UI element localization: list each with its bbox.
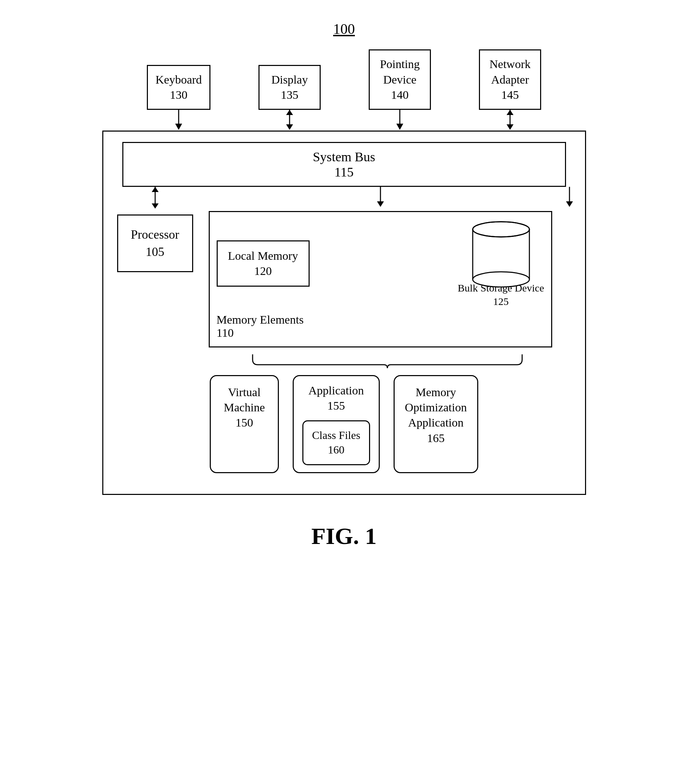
diagram-container: Keyboard 130 Display 135 bbox=[102, 58, 586, 495]
svg-marker-12 bbox=[152, 203, 158, 209]
system-box: System Bus 115 bbox=[102, 130, 586, 495]
keyboard-label: Keyboard bbox=[155, 72, 202, 87]
keyboard-arrow bbox=[173, 110, 184, 130]
application-label: Application bbox=[302, 383, 370, 398]
pointing-device-label: PointingDevice bbox=[377, 57, 422, 87]
virtual-machine-label: VirtualMachine bbox=[221, 385, 267, 415]
network-adapter-arrow bbox=[505, 110, 515, 130]
figure-caption: FIG. 1 bbox=[311, 522, 377, 550]
bulk-storage-number: 125 bbox=[458, 295, 544, 308]
virtual-machine-box: VirtualMachine 150 bbox=[210, 375, 279, 473]
application-number: 155 bbox=[302, 398, 370, 413]
display-number: 135 bbox=[267, 87, 312, 102]
svg-marker-11 bbox=[152, 187, 158, 192]
svg-marker-14 bbox=[377, 201, 384, 207]
display-label: Display bbox=[267, 72, 312, 87]
local-memory-label: Local Memory bbox=[228, 248, 298, 264]
system-bus-number: 115 bbox=[130, 165, 559, 180]
pointing-device-number: 140 bbox=[377, 87, 422, 102]
processor-number: 105 bbox=[129, 243, 182, 260]
local-memory-number: 120 bbox=[228, 264, 298, 279]
svg-marker-22 bbox=[566, 201, 573, 207]
processor-box: Processor 105 bbox=[117, 214, 193, 272]
svg-marker-1 bbox=[175, 124, 182, 130]
pointing-device-arrow bbox=[394, 110, 405, 130]
memory-elements-label: Memory Elements 110 bbox=[217, 313, 544, 339]
bulk-storage-cylinder bbox=[472, 219, 530, 288]
network-adapter-box: NetworkAdapter 145 bbox=[479, 49, 541, 110]
svg-marker-9 bbox=[507, 124, 513, 130]
application-box: Application 155 Class Files 160 bbox=[293, 375, 380, 473]
svg-marker-8 bbox=[507, 110, 513, 115]
figure-number-top: 100 bbox=[333, 21, 355, 37]
svg-marker-3 bbox=[286, 110, 293, 115]
top-section: Keyboard 130 Display 135 bbox=[102, 58, 586, 495]
display-box: Display 135 bbox=[259, 65, 321, 110]
memory-optimization-label: MemoryOptimizationApplication bbox=[405, 385, 467, 431]
system-bus-label: System Bus bbox=[130, 149, 559, 165]
apps-row: VirtualMachine 150 Application 155 Class… bbox=[112, 375, 576, 473]
bulk-storage-bus-arrow bbox=[563, 187, 576, 211]
system-bus: System Bus 115 bbox=[122, 142, 566, 187]
class-files-box: Class Files 160 bbox=[302, 420, 370, 465]
memory-optimization-number: 165 bbox=[405, 431, 467, 446]
cylinder-svg bbox=[472, 219, 530, 288]
virtual-machine-number: 150 bbox=[221, 415, 267, 430]
network-adapter-label: NetworkAdapter bbox=[488, 57, 533, 87]
network-adapter-number: 145 bbox=[488, 87, 533, 102]
processor-bus-arrow bbox=[148, 187, 162, 211]
brace-svg bbox=[249, 352, 526, 370]
processor-label: Processor bbox=[129, 226, 182, 243]
class-files-label: Class Files bbox=[312, 428, 360, 443]
display-arrow bbox=[284, 110, 295, 130]
pointing-device-box: PointingDevice 140 bbox=[369, 49, 431, 110]
class-files-number: 160 bbox=[312, 443, 360, 457]
memory-bus-arrow bbox=[373, 187, 388, 211]
keyboard-box: Keyboard 130 bbox=[147, 65, 210, 110]
svg-marker-6 bbox=[396, 124, 403, 130]
memory-optimization-box: MemoryOptimizationApplication 165 bbox=[394, 375, 478, 473]
bulk-storage-container: Bulk Storage Device 125 bbox=[458, 219, 544, 308]
memory-elements-box: Local Memory 120 bbox=[209, 211, 552, 348]
svg-marker-4 bbox=[286, 124, 293, 130]
svg-point-18 bbox=[473, 272, 530, 287]
keyboard-number: 130 bbox=[155, 87, 202, 102]
local-memory-box: Local Memory 120 bbox=[217, 240, 310, 287]
